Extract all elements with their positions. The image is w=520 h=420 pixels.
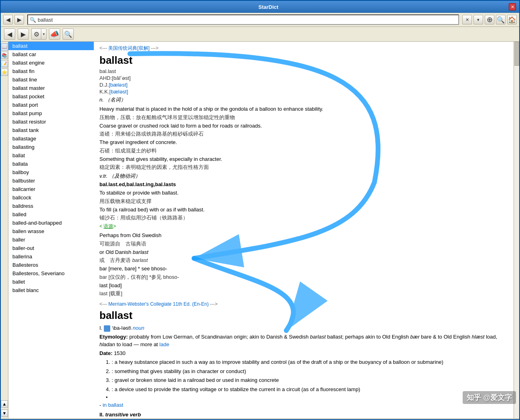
word-item-baller-out[interactable]: baller-out bbox=[8, 244, 99, 252]
source-tag: < 语源> bbox=[99, 223, 514, 230]
pronounce-button[interactable]: 📣 bbox=[49, 28, 60, 40]
def2-zh: 道碴：用来铺公路或铁路路基的粗砂砾或碎石 bbox=[99, 130, 514, 138]
settings-dropdown: ⚙ ▾ bbox=[31, 28, 47, 40]
left-icon-1[interactable]: 📖 bbox=[1, 43, 8, 51]
mw-word-title: ballast bbox=[99, 309, 514, 322]
dj-link[interactable]: [bæləst] bbox=[109, 82, 127, 88]
last-load: last [load] bbox=[99, 282, 514, 290]
scrollbar-thumb[interactable] bbox=[514, 42, 519, 66]
word-item-balled-and-burlapped[interactable]: balled-and-burlapped bbox=[8, 219, 99, 227]
word-item-balled[interactable]: balled bbox=[8, 210, 99, 219]
word-item-ballesteros[interactable]: Ballesteros bbox=[8, 261, 99, 269]
kk-label: K.K. bbox=[99, 89, 109, 95]
dict2-divider: <--- Merriam-Webster's Collegiate 11th E… bbox=[99, 301, 514, 307]
watermark: 知乎 @爱文字 bbox=[463, 391, 516, 404]
word-item-ballast-line[interactable]: ballast line bbox=[8, 75, 99, 84]
def4-en: Something that gives stability, especial… bbox=[99, 155, 514, 163]
prev-button[interactable]: ◀ bbox=[4, 28, 15, 40]
word-item-ballen-wrasse[interactable]: ballen wrasse bbox=[8, 227, 99, 235]
word-item-ballat[interactable]: ballat bbox=[8, 151, 99, 160]
word-item-ballast-engine[interactable]: ballast engine bbox=[8, 59, 99, 67]
word-item-ballerina[interactable]: ballerina bbox=[8, 252, 99, 261]
def1-en: Heavy material that is placed in the hol… bbox=[99, 105, 514, 113]
mw-def-4: 4. : a device used to provide the starti… bbox=[106, 386, 514, 394]
roman-section-ii: II. transitive verb bbox=[99, 412, 514, 418]
clear-button[interactable]: ✕ bbox=[462, 15, 472, 24]
word-item-ballast-pump[interactable]: ballast pump bbox=[8, 109, 99, 118]
pos-noun: n. （名词） bbox=[99, 96, 514, 103]
bar-entry2: bar [仅仅的，仅有的] *参见 bhoso- bbox=[99, 274, 514, 281]
definition-content[interactable]: <--- 美国传统词典[双解] ---> ballast bal.last AH… bbox=[94, 42, 519, 418]
word-item-ballet-blanc[interactable]: ballet blanc bbox=[8, 286, 99, 294]
word-item-ballast-fin[interactable]: ballast fin bbox=[8, 67, 99, 75]
word-item-ballboy[interactable]: ballboy bbox=[8, 168, 99, 177]
word-item-ballet[interactable]: ballet bbox=[8, 278, 99, 286]
word-item-ballast-pocket[interactable]: ballast pocket bbox=[8, 92, 99, 101]
verb-def1-zh: 用压载物来稳定或支撑 bbox=[99, 198, 514, 205]
settings-arrow-button[interactable]: ▾ bbox=[41, 28, 47, 40]
add-button[interactable]: ⊕ bbox=[485, 15, 494, 24]
word-item-balldress[interactable]: balldress bbox=[8, 202, 99, 210]
bar-entry: bar [mere, bare] * see bhoso- bbox=[99, 265, 514, 273]
pronunciation-ahd: AHD:[bălˈəst] bbox=[99, 75, 514, 81]
def4-zh: 稳定因素：表明稳定性的因素，尤指在性格方面 bbox=[99, 164, 514, 171]
word-item-ballcarrier[interactable]: ballcarrier bbox=[8, 185, 99, 193]
left-nav-down[interactable]: ▼ bbox=[1, 410, 8, 417]
search2-button[interactable]: 🔍 bbox=[63, 28, 74, 40]
mw-def-2: 2. : something that gives stability (as … bbox=[106, 367, 514, 375]
audio-icon[interactable] bbox=[104, 325, 110, 332]
in-ballast-link[interactable]: in ballast bbox=[103, 402, 123, 408]
left-icon-2[interactable]: 📚 bbox=[1, 52, 8, 59]
word-item-ballastage[interactable]: ballastage bbox=[8, 134, 99, 143]
dict2-link[interactable]: Merriam-Webster's Collegiate 11th Ed. (E… bbox=[108, 301, 208, 307]
word-item-ballast-master[interactable]: ballast master bbox=[8, 84, 99, 92]
mw-def-3: 3. : gravel or broken stone laid in a ra… bbox=[106, 376, 514, 384]
home-button[interactable]: 🏠 bbox=[507, 15, 517, 24]
word-item-ballbuster[interactable]: ballbuster bbox=[8, 177, 99, 185]
left-nav-up[interactable]: ▲ bbox=[1, 400, 8, 408]
scrollbar-track[interactable] bbox=[514, 42, 519, 418]
forward-button[interactable]: ▶ bbox=[14, 15, 24, 24]
word-item-ballasting[interactable]: ballasting bbox=[8, 143, 99, 151]
left-icon-3[interactable]: 📝 bbox=[1, 60, 8, 67]
next-button[interactable]: ▶ bbox=[18, 28, 29, 40]
last-load-zh: last [载重] bbox=[99, 290, 514, 297]
search-container: 🔍 bbox=[27, 14, 459, 25]
pos-verb: v.tr. （及物动词） bbox=[99, 172, 514, 180]
lade-link[interactable]: lade bbox=[160, 341, 170, 347]
pronunciation-dj: D.J.[bæləst] bbox=[99, 82, 514, 88]
search-input[interactable] bbox=[38, 17, 457, 23]
word-item-ballast-tank[interactable]: ballast tank bbox=[8, 126, 99, 134]
word-item-baller[interactable]: baller bbox=[8, 235, 99, 244]
def1-zh: 压舱物，压载：放在船舱或气球吊篮里以增加稳定性的重物 bbox=[99, 114, 514, 121]
back-button[interactable]: ◀ bbox=[3, 15, 13, 24]
mw-entry-line: I. \ba-ləst\ noun bbox=[99, 324, 514, 332]
find-button[interactable]: 🔍 bbox=[496, 15, 506, 24]
def3-zh: 石碴：组成混凝土的砂料 bbox=[99, 147, 514, 154]
titlebar: StarDict ✕ bbox=[1, 1, 519, 13]
word-item-ballast-car[interactable]: ballast car bbox=[8, 50, 99, 59]
verb-def2-zh: 铺沙石：用或似用沙石铺（铁路路基） bbox=[99, 214, 514, 221]
word-item-ballata[interactable]: ballata bbox=[8, 160, 99, 168]
etymology2-en: or Old Danish barlast bbox=[99, 248, 514, 256]
word-item-ballast-port[interactable]: ballast port bbox=[8, 101, 99, 109]
dropdown-button[interactable]: ▾ bbox=[473, 15, 483, 24]
mw-date: Date: 1530 bbox=[99, 349, 514, 357]
in-ballast: - in ballast bbox=[99, 401, 514, 409]
bullet-point: • bbox=[106, 394, 514, 400]
word-item-ballcock[interactable]: ballcock bbox=[8, 193, 99, 202]
dict1-header: <--- 美国传统词典[双解] ---> bbox=[99, 45, 514, 52]
pronunciation-kk: K.K.[bæləst] bbox=[99, 89, 514, 95]
word-item-ballast-resistor[interactable]: ballast resistor bbox=[8, 118, 99, 126]
def2-en: Coarse gravel or crushed rock laid to fo… bbox=[99, 122, 514, 130]
settings-button[interactable]: ⚙ bbox=[31, 28, 41, 40]
etymology1: Perhaps from Old Swedish bbox=[99, 231, 514, 239]
word-item-ballesteros-severiano[interactable]: Ballesteros, Severiano bbox=[8, 269, 99, 278]
kk-link[interactable]: [bæləst] bbox=[109, 89, 128, 95]
app-title: StarDict bbox=[28, 4, 509, 10]
left-icon-4[interactable]: ⭐ bbox=[1, 69, 8, 76]
word-item-ballast[interactable]: ballast bbox=[8, 42, 99, 50]
source-link[interactable]: 语源 bbox=[103, 223, 113, 229]
etymology2-zh: 或 古丹麦语 barlast bbox=[99, 257, 514, 264]
close-button[interactable]: ✕ bbox=[509, 3, 516, 10]
